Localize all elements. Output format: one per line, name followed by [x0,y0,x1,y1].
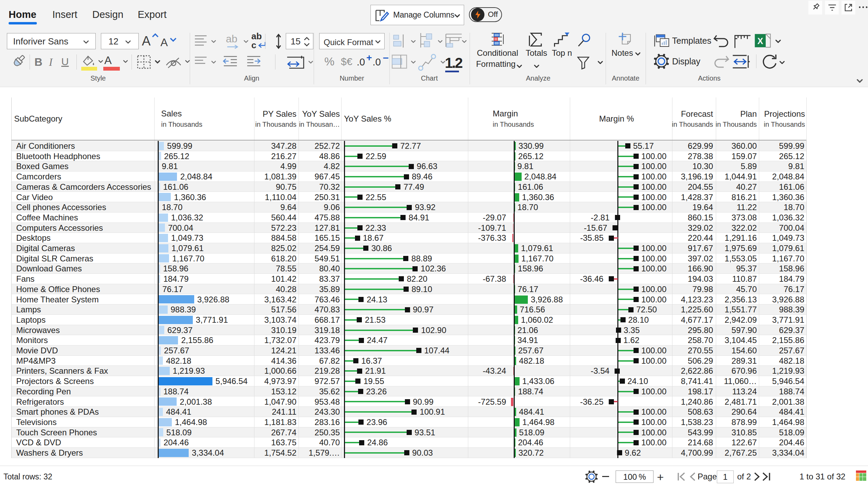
svg-text:X: X [757,36,763,46]
